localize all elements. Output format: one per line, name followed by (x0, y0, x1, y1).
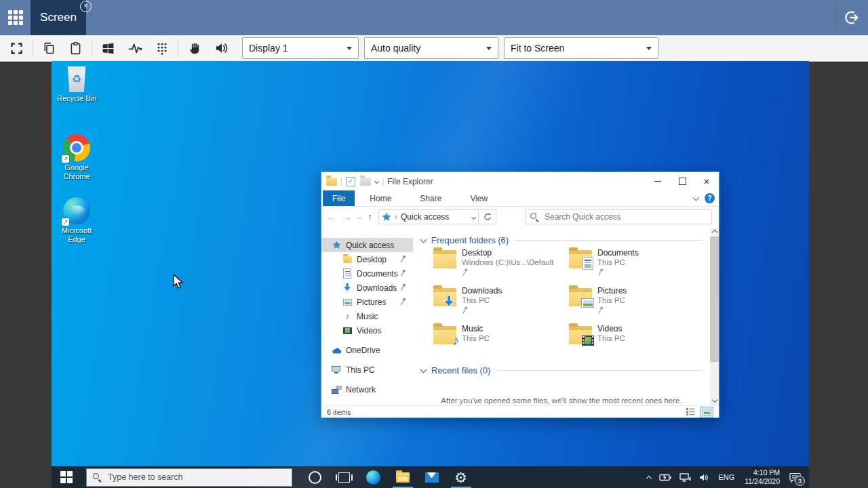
pin-icon (462, 268, 469, 276)
recent-locations-button[interactable] (358, 216, 361, 219)
sound-button[interactable] (208, 38, 235, 58)
pan-mode-button[interactable] (181, 38, 208, 58)
nav-item-this-pc[interactable]: This PC (321, 363, 413, 377)
content-scrollbar[interactable] (710, 228, 719, 405)
folder-icon (343, 256, 352, 263)
zoom-select[interactable]: Fit to Screen (504, 37, 658, 59)
address-bar[interactable]: › Quick access (378, 209, 479, 224)
taskbar-search[interactable] (86, 468, 292, 487)
folder-icon: ♪ (433, 326, 456, 344)
tab-view[interactable]: View (460, 190, 497, 206)
nav-item-music[interactable]: ♪ Music (321, 309, 413, 323)
music-icon: ♪ (342, 311, 353, 321)
nav-item-videos[interactable]: Videos (321, 323, 413, 338)
explorer-search[interactable] (525, 209, 712, 224)
customize-qat-button[interactable] (375, 180, 378, 183)
document-overlay-icon (583, 257, 593, 270)
close-tab-icon[interactable]: × (80, 1, 92, 12)
forward-button[interactable]: → (342, 211, 352, 222)
folder-tile-music[interactable]: ♪ Music This PC (433, 324, 569, 356)
breadcrumb-location[interactable]: Quick access (401, 212, 449, 222)
send-windows-key-button[interactable] (95, 38, 121, 58)
cortana-button[interactable] (300, 466, 330, 488)
app-menu-button[interactable] (0, 0, 31, 35)
folder-tile-pictures[interactable]: Pictures This PC (569, 286, 705, 318)
copy-icon (42, 41, 56, 56)
expand-ribbon-icon[interactable] (693, 195, 700, 201)
display-select[interactable]: Display 1 (242, 37, 359, 59)
start-button[interactable] (52, 466, 81, 488)
taskbar-edge-button[interactable] (359, 466, 388, 488)
display-select-value: Display 1 (249, 43, 288, 54)
quality-select[interactable]: Auto quality (364, 37, 498, 59)
pin-icon (597, 268, 604, 276)
refresh-button[interactable] (479, 209, 496, 224)
nav-item-onedrive[interactable]: OneDrive (321, 343, 413, 357)
details-view-button[interactable] (684, 407, 697, 418)
folder-tile-desktop[interactable]: Desktop Windows (C:)\Us...\Default (433, 248, 569, 280)
nav-item-downloads[interactable]: Downloads (321, 281, 413, 295)
desktop-icon-microsoft-edge[interactable]: ↗ Microsoft Edge (52, 197, 102, 244)
folder-icon (433, 288, 456, 306)
minimize-button[interactable] (646, 172, 670, 190)
tray-expand-button[interactable] (643, 466, 655, 488)
volume-tray-button[interactable] (695, 466, 713, 488)
folder-icon (569, 326, 592, 344)
desktop-icon-label: Recycle Bin (52, 94, 102, 103)
pin-icon (400, 283, 406, 291)
file-explorer-window[interactable]: | ✓ | File Explorer × File Home Share Vi… (321, 171, 719, 418)
desktop-icon-recycle-bin[interactable]: ♻ Recycle Bin (52, 66, 102, 103)
task-view-button[interactable] (330, 466, 359, 488)
tab-share[interactable]: Share (410, 190, 451, 206)
folder-tile-videos[interactable]: Videos This PC (569, 324, 705, 356)
tab-home[interactable]: Home (360, 190, 401, 206)
grid-menu-icon (8, 10, 23, 25)
keypad-button[interactable] (149, 38, 175, 58)
taskbar-file-explorer-button[interactable] (388, 466, 417, 488)
scroll-down-button[interactable] (710, 396, 719, 405)
action-center-button[interactable]: 3 (785, 466, 809, 488)
performance-button[interactable] (121, 38, 149, 58)
folder-tile-documents[interactable]: Documents This PC (569, 248, 705, 280)
thumbnail-view-button[interactable] (700, 407, 713, 418)
battery-tray-button[interactable] (655, 466, 675, 488)
music-overlay-icon: ♪ (452, 332, 460, 348)
explorer-search-input[interactable] (543, 211, 707, 222)
nav-item-network[interactable]: Network (321, 382, 413, 396)
folder-tile-downloads[interactable]: Downloads This PC (433, 286, 569, 318)
fullscreen-button[interactable] (3, 38, 30, 58)
disconnect-button[interactable] (840, 7, 863, 28)
network-tray-button[interactable] (675, 466, 695, 488)
close-button[interactable]: × (694, 172, 719, 190)
content-pane: Frequent folders (6) Desktop Windows (C:… (413, 228, 710, 405)
frequent-folders-header[interactable]: Frequent folders (6) (421, 235, 703, 245)
explorer-titlebar[interactable]: | ✓ | File Explorer × (321, 172, 719, 190)
screen-tab[interactable]: Screen × (31, 0, 86, 35)
taskbar-clock[interactable]: 4:10 PM 11/24/2020 (739, 468, 785, 486)
scroll-up-button[interactable] (710, 228, 719, 237)
help-icon[interactable]: ? (705, 193, 715, 203)
taskbar-mail-button[interactable] (417, 466, 446, 488)
language-indicator[interactable]: ENG (713, 473, 739, 481)
desktop-icon-google-chrome[interactable]: ↗ Google Chrome (52, 134, 102, 181)
nav-item-documents[interactable]: Documents (321, 266, 413, 281)
taskbar-search-input[interactable] (106, 472, 285, 483)
nav-item-desktop[interactable]: Desktop (321, 252, 413, 266)
back-button[interactable]: ← (327, 211, 336, 222)
new-folder-quick-icon[interactable] (360, 178, 371, 186)
fullscreen-icon (9, 41, 24, 56)
address-dropdown-icon[interactable] (472, 216, 475, 219)
properties-quick-icon[interactable]: ✓ (346, 177, 355, 186)
nav-item-pictures[interactable]: Pictures (321, 295, 413, 309)
up-button[interactable]: ↑ (368, 211, 372, 222)
download-icon (343, 283, 351, 292)
remote-desktop[interactable]: ♻ Recycle Bin ↗ Google Chrome ↗ Microsof… (52, 61, 809, 488)
scrollbar-thumb[interactable] (710, 237, 719, 362)
recent-files-header[interactable]: Recent files (0) (421, 365, 703, 375)
copy-button[interactable] (36, 38, 62, 58)
nav-item-quick-access[interactable]: Quick access (321, 238, 413, 252)
tab-file[interactable]: File (323, 190, 355, 206)
taskbar-settings-button[interactable]: ⚙ (446, 466, 475, 488)
paste-button[interactable] (62, 38, 89, 58)
maximize-button[interactable] (670, 172, 694, 190)
